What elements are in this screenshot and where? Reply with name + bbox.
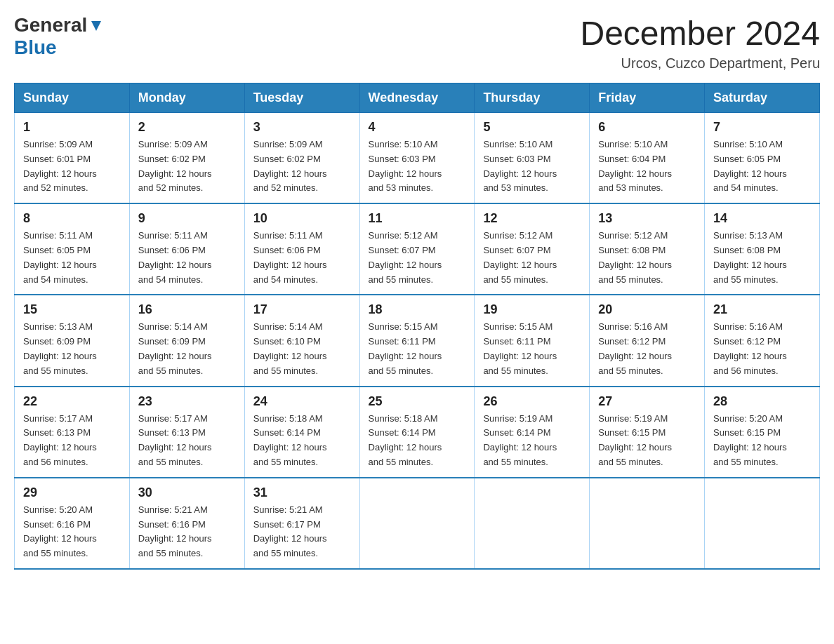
day-cell-21: 21 Sunrise: 5:16 AM Sunset: 6:12 PM Dayl… [705, 295, 820, 386]
day-cell-27: 27 Sunrise: 5:19 AM Sunset: 6:15 PM Dayl… [590, 387, 705, 478]
day-number: 27 [598, 394, 696, 409]
day-number: 13 [598, 211, 696, 226]
day-info: Sunrise: 5:09 AM Sunset: 6:02 PM Dayligh… [253, 137, 351, 196]
day-cell-6: 6 Sunrise: 5:10 AM Sunset: 6:04 PM Dayli… [590, 113, 705, 204]
logo: General Blue [14, 14, 104, 59]
day-number: 25 [369, 394, 466, 409]
day-info: Sunrise: 5:18 AM Sunset: 6:14 PM Dayligh… [369, 412, 466, 470]
day-cell-15: 15 Sunrise: 5:13 AM Sunset: 6:09 PM Dayl… [15, 295, 130, 386]
day-number: 31 [253, 485, 351, 500]
day-number: 22 [23, 394, 121, 409]
day-info: Sunrise: 5:11 AM Sunset: 6:06 PM Dayligh… [138, 229, 236, 287]
day-info: Sunrise: 5:10 AM Sunset: 6:04 PM Dayligh… [598, 137, 696, 196]
day-number: 11 [369, 211, 466, 226]
day-number: 29 [23, 485, 121, 500]
day-cell-4: 4 Sunrise: 5:10 AM Sunset: 6:03 PM Dayli… [359, 113, 475, 204]
calendar-table: SundayMondayTuesdayWednesdayThursdayFrid… [14, 83, 820, 570]
weekday-header-wednesday: Wednesday [359, 83, 475, 113]
day-info: Sunrise: 5:12 AM Sunset: 6:07 PM Dayligh… [369, 229, 466, 287]
month-title: December 2024 [580, 14, 820, 53]
day-cell-12: 12 Sunrise: 5:12 AM Sunset: 6:07 PM Dayl… [475, 203, 590, 295]
day-cell-23: 23 Sunrise: 5:17 AM Sunset: 6:13 PM Dayl… [129, 387, 244, 478]
day-info: Sunrise: 5:10 AM Sunset: 6:03 PM Dayligh… [369, 137, 466, 196]
week-row-5: 29 Sunrise: 5:20 AM Sunset: 6:16 PM Dayl… [15, 478, 820, 569]
day-number: 28 [713, 394, 811, 409]
empty-cell [475, 478, 590, 569]
day-number: 10 [253, 211, 351, 226]
day-info: Sunrise: 5:21 AM Sunset: 6:17 PM Dayligh… [253, 503, 351, 561]
day-cell-31: 31 Sunrise: 5:21 AM Sunset: 6:17 PM Dayl… [244, 478, 359, 569]
day-number: 26 [483, 394, 581, 409]
day-number: 18 [369, 302, 466, 317]
day-cell-13: 13 Sunrise: 5:12 AM Sunset: 6:08 PM Dayl… [590, 203, 705, 295]
weekday-header-tuesday: Tuesday [244, 83, 359, 113]
day-info: Sunrise: 5:17 AM Sunset: 6:13 PM Dayligh… [23, 412, 121, 470]
empty-cell [359, 478, 475, 569]
day-cell-18: 18 Sunrise: 5:15 AM Sunset: 6:11 PM Dayl… [359, 295, 475, 386]
day-info: Sunrise: 5:15 AM Sunset: 6:11 PM Dayligh… [483, 320, 581, 378]
day-cell-19: 19 Sunrise: 5:15 AM Sunset: 6:11 PM Dayl… [475, 295, 590, 386]
day-info: Sunrise: 5:11 AM Sunset: 6:06 PM Dayligh… [253, 229, 351, 287]
weekday-header-friday: Friday [590, 83, 705, 113]
day-number: 7 [713, 120, 811, 135]
week-row-2: 8 Sunrise: 5:11 AM Sunset: 6:05 PM Dayli… [15, 203, 820, 295]
day-number: 21 [713, 302, 811, 317]
day-cell-1: 1 Sunrise: 5:09 AM Sunset: 6:01 PM Dayli… [15, 113, 130, 204]
day-cell-5: 5 Sunrise: 5:10 AM Sunset: 6:03 PM Dayli… [475, 113, 590, 204]
day-number: 20 [598, 302, 696, 317]
day-info: Sunrise: 5:21 AM Sunset: 6:16 PM Dayligh… [138, 503, 236, 561]
day-cell-20: 20 Sunrise: 5:16 AM Sunset: 6:12 PM Dayl… [590, 295, 705, 386]
day-info: Sunrise: 5:10 AM Sunset: 6:03 PM Dayligh… [483, 137, 581, 196]
day-cell-2: 2 Sunrise: 5:09 AM Sunset: 6:02 PM Dayli… [129, 113, 244, 204]
day-number: 19 [483, 302, 581, 317]
day-number: 30 [138, 485, 236, 500]
day-cell-24: 24 Sunrise: 5:18 AM Sunset: 6:14 PM Dayl… [244, 387, 359, 478]
day-info: Sunrise: 5:14 AM Sunset: 6:09 PM Dayligh… [138, 320, 236, 378]
weekday-header-saturday: Saturday [705, 83, 820, 113]
day-cell-9: 9 Sunrise: 5:11 AM Sunset: 6:06 PM Dayli… [129, 203, 244, 295]
weekday-header-monday: Monday [129, 83, 244, 113]
day-info: Sunrise: 5:17 AM Sunset: 6:13 PM Dayligh… [138, 412, 236, 470]
day-info: Sunrise: 5:09 AM Sunset: 6:01 PM Dayligh… [23, 137, 121, 196]
day-cell-29: 29 Sunrise: 5:20 AM Sunset: 6:16 PM Dayl… [15, 478, 130, 569]
week-row-3: 15 Sunrise: 5:13 AM Sunset: 6:09 PM Dayl… [15, 295, 820, 386]
day-number: 2 [138, 120, 236, 135]
logo-arrow-icon [88, 18, 104, 34]
day-number: 17 [253, 302, 351, 317]
day-number: 14 [713, 211, 811, 226]
day-info: Sunrise: 5:18 AM Sunset: 6:14 PM Dayligh… [253, 412, 351, 470]
day-number: 24 [253, 394, 351, 409]
day-number: 3 [253, 120, 351, 135]
day-info: Sunrise: 5:16 AM Sunset: 6:12 PM Dayligh… [598, 320, 696, 378]
day-number: 12 [483, 211, 581, 226]
week-row-1: 1 Sunrise: 5:09 AM Sunset: 6:01 PM Dayli… [15, 113, 820, 204]
day-info: Sunrise: 5:12 AM Sunset: 6:07 PM Dayligh… [483, 229, 581, 287]
day-cell-17: 17 Sunrise: 5:14 AM Sunset: 6:10 PM Dayl… [244, 295, 359, 386]
day-cell-7: 7 Sunrise: 5:10 AM Sunset: 6:05 PM Dayli… [705, 113, 820, 204]
day-cell-16: 16 Sunrise: 5:14 AM Sunset: 6:09 PM Dayl… [129, 295, 244, 386]
title-section: December 2024 Urcos, Cuzco Department, P… [580, 14, 820, 72]
day-cell-10: 10 Sunrise: 5:11 AM Sunset: 6:06 PM Dayl… [244, 203, 359, 295]
day-cell-25: 25 Sunrise: 5:18 AM Sunset: 6:14 PM Dayl… [359, 387, 475, 478]
day-info: Sunrise: 5:19 AM Sunset: 6:15 PM Dayligh… [598, 412, 696, 470]
day-info: Sunrise: 5:16 AM Sunset: 6:12 PM Dayligh… [713, 320, 811, 378]
week-row-4: 22 Sunrise: 5:17 AM Sunset: 6:13 PM Dayl… [15, 387, 820, 478]
day-info: Sunrise: 5:13 AM Sunset: 6:09 PM Dayligh… [23, 320, 121, 378]
day-number: 15 [23, 302, 121, 317]
day-number: 8 [23, 211, 121, 226]
day-cell-14: 14 Sunrise: 5:13 AM Sunset: 6:08 PM Dayl… [705, 203, 820, 295]
day-cell-28: 28 Sunrise: 5:20 AM Sunset: 6:15 PM Dayl… [705, 387, 820, 478]
day-cell-22: 22 Sunrise: 5:17 AM Sunset: 6:13 PM Dayl… [15, 387, 130, 478]
weekday-header-thursday: Thursday [475, 83, 590, 113]
day-cell-8: 8 Sunrise: 5:11 AM Sunset: 6:05 PM Dayli… [15, 203, 130, 295]
day-cell-3: 3 Sunrise: 5:09 AM Sunset: 6:02 PM Dayli… [244, 113, 359, 204]
day-number: 4 [369, 120, 466, 135]
day-info: Sunrise: 5:20 AM Sunset: 6:15 PM Dayligh… [713, 412, 811, 470]
day-info: Sunrise: 5:19 AM Sunset: 6:14 PM Dayligh… [483, 412, 581, 470]
day-cell-11: 11 Sunrise: 5:12 AM Sunset: 6:07 PM Dayl… [359, 203, 475, 295]
day-cell-26: 26 Sunrise: 5:19 AM Sunset: 6:14 PM Dayl… [475, 387, 590, 478]
day-number: 6 [598, 120, 696, 135]
empty-cell [590, 478, 705, 569]
day-number: 1 [23, 120, 121, 135]
page-header: General Blue December 2024 Urcos, Cuzco … [14, 14, 820, 72]
